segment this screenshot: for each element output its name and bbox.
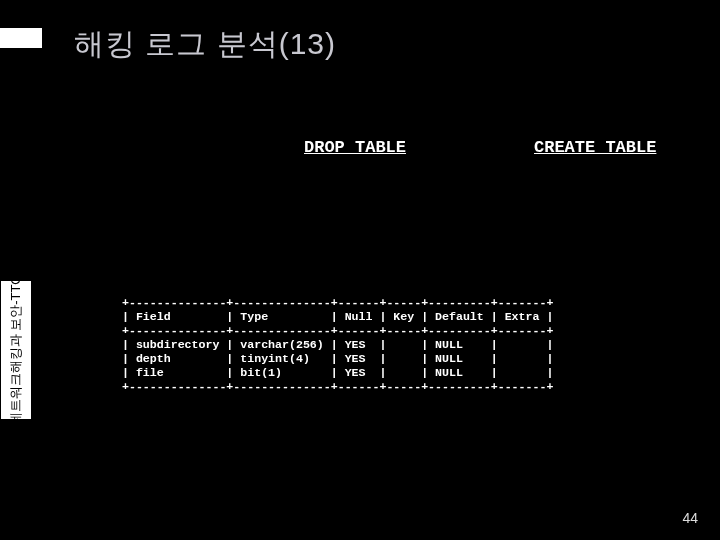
slide-background: 해킹 로그 분석(13) DROP TABLE CREATE TABLE +--… (0, 0, 720, 540)
table-border-mid: +--------------+--------------+------+--… (122, 324, 553, 337)
table-border-top: +--------------+--------------+------+--… (122, 296, 553, 309)
create-table-label: CREATE TABLE (534, 138, 656, 157)
sidebar-tab-text: 네트워크해킹과 보안-TTO (7, 275, 25, 426)
table-row: | file | bit(1) | YES | | NULL | | (122, 366, 553, 379)
table-border-bottom: +--------------+--------------+------+--… (122, 380, 553, 393)
sidebar-tab: 네트워크해킹과 보안-TTO (0, 280, 32, 420)
slide-title: 해킹 로그 분석(13) (74, 24, 336, 65)
table-row: | subdirectory | varchar(256) | YES | | … (122, 338, 553, 351)
drop-table-label: DROP TABLE (304, 138, 406, 157)
table-header-row: | Field | Type | Null | Key | Default | … (122, 310, 553, 323)
table-row: | depth | tinyint(4) | YES | | NULL | | (122, 352, 553, 365)
terminal-output: +--------------+--------------+------+--… (122, 296, 610, 394)
corner-decoration (0, 28, 42, 48)
page-number: 44 (682, 510, 698, 526)
sql-keywords-row: DROP TABLE CREATE TABLE (90, 138, 680, 162)
